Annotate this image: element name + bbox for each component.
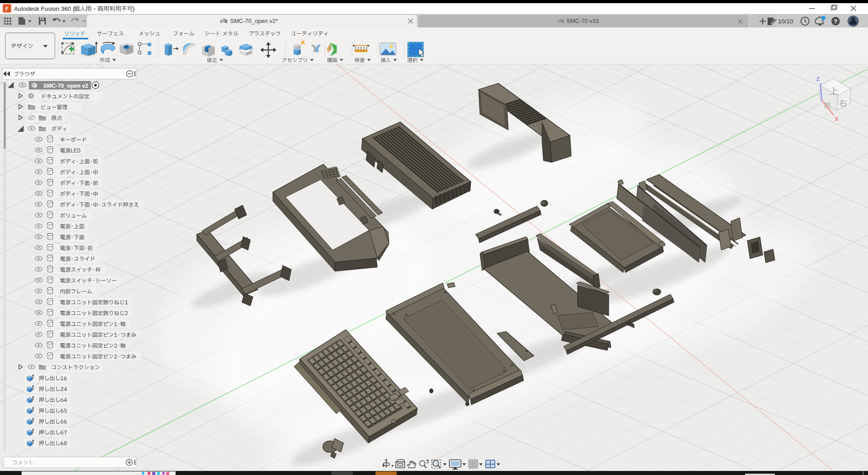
svg-text:SMC-70_open v2: SMC-70_open v2	[43, 83, 88, 89]
svg-text:10/10: 10/10	[778, 18, 793, 25]
svg-text:SMC-70_open v2*: SMC-70_open v2*	[230, 18, 278, 24]
svg-text:Z: Z	[816, 76, 820, 82]
svg-text:?: ?	[834, 18, 837, 25]
svg-text:F: F	[5, 6, 9, 12]
svg-text:X: X	[835, 116, 839, 122]
svg-text:): )	[133, 5, 135, 12]
svg-text:SMC-70 v33: SMC-70 v33	[566, 18, 599, 24]
svg-text:Autodesk Fusion 360 (: Autodesk Fusion 360 (	[14, 5, 75, 12]
